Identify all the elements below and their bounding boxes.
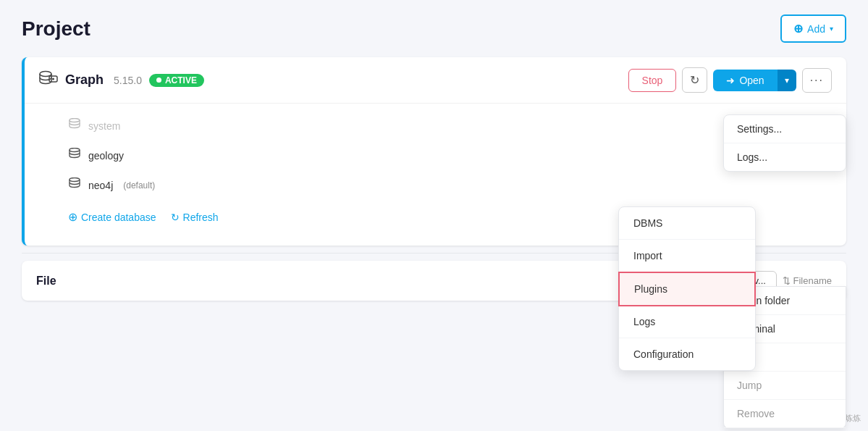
svg-point-5 [69, 178, 80, 182]
refresh-rotate-icon: ↻ [690, 74, 699, 86]
left-dropdown-menu: DBMS Import Plugins Logs Configuration [618, 206, 756, 371]
refresh-icon-button[interactable]: ↻ [682, 67, 707, 93]
right-dropdown-menu: Settings... Logs... [723, 114, 846, 172]
create-database-label: Create database [81, 212, 156, 223]
dropdown-configuration[interactable]: Configuration [619, 338, 755, 370]
db-name-geology: geology [88, 150, 124, 162]
status-badge: ACTIVE [149, 74, 204, 87]
open-arrow-icon: ➜ [726, 75, 735, 86]
stop-button[interactable]: Stop [628, 69, 677, 92]
file-title: File [36, 275, 56, 288]
refresh-databases-icon: ↻ [171, 212, 180, 223]
dropdown-settings[interactable]: Settings... [724, 115, 846, 143]
filename-label: Filename [793, 275, 832, 286]
open-label: Open [739, 75, 764, 86]
db-name-system: system [88, 120, 120, 132]
page-title: Project [22, 17, 90, 41]
graph-header: Graph 5.15.0 ACTIVE Stop ↻ ➜ [25, 57, 846, 104]
add-label: Add [807, 23, 825, 35]
chevron-down-icon: ▾ [830, 25, 833, 33]
db-icon-system [68, 118, 81, 133]
filename-sort-icon: ⇅ Filename [783, 275, 832, 286]
graph-version: 5.15.0 [114, 75, 142, 86]
open-dropdown-button[interactable]: ▾ [778, 70, 796, 91]
dropdown-logs[interactable]: Logs... [724, 143, 846, 171]
dropdown-import[interactable]: Import [619, 240, 755, 272]
svg-point-4 [69, 148, 80, 152]
status-text: ACTIVE [165, 75, 197, 85]
db-item-neo4j: neo4j (default) [68, 170, 832, 200]
add-button[interactable]: ⊕ Add ▾ [780, 14, 846, 43]
refresh-databases-link[interactable]: ↻ Refresh [171, 212, 219, 223]
dropdown-dump-truncated[interactable]: Jump [724, 372, 846, 400]
page-header: Project ⊕ Add ▾ [22, 14, 846, 43]
plus-icon: ⊕ [793, 22, 803, 35]
page: Project ⊕ Add ▾ [0, 0, 868, 431]
db-icon-geology [68, 148, 81, 163]
db-name-neo4j: neo4j [88, 180, 113, 191]
svg-point-3 [69, 119, 80, 122]
dropdown-dbms[interactable]: DBMS [619, 207, 755, 240]
db-item-geology: geology [68, 141, 832, 170]
svg-point-0 [40, 71, 51, 76]
db-item-system: system [68, 111, 832, 141]
svg-point-2 [52, 78, 54, 80]
db-icon-neo4j [68, 177, 81, 193]
status-dot [156, 78, 161, 83]
open-button-group: ➜ Open ▾ [713, 70, 796, 91]
graph-actions: Stop ↻ ➜ Open ▾ ··· [628, 67, 832, 93]
db-default-label: (default) [123, 180, 155, 191]
graph-info: Graph 5.15.0 ACTIVE [39, 70, 204, 91]
more-options-button[interactable]: ··· [802, 68, 832, 93]
dropdown-logs-2[interactable]: Logs [619, 306, 755, 338]
graph-name: Graph [65, 72, 104, 88]
refresh-databases-label: Refresh [183, 212, 219, 223]
open-button[interactable]: ➜ Open [713, 70, 777, 91]
dropdown-plugins[interactable]: Plugins [618, 272, 756, 306]
create-database-link[interactable]: ⊕ Create database [68, 210, 156, 224]
create-plus-icon: ⊕ [68, 210, 77, 224]
graph-icon [39, 70, 58, 91]
dropdown-remove-truncated[interactable]: Remove [724, 400, 846, 428]
